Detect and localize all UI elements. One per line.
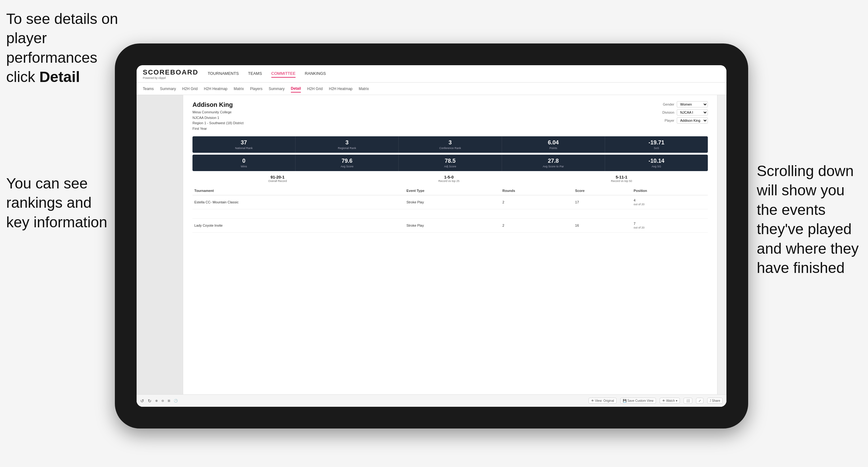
nav-teams[interactable]: TEAMS	[248, 70, 262, 77]
annotation-bottom-left: You can see rankings and key information	[6, 174, 107, 232]
logo-area: SCOREBOARD Powered by clippd	[143, 68, 198, 80]
cell-rounds-1: 2	[500, 195, 573, 209]
gender-select[interactable]: Women	[677, 101, 708, 107]
save-custom-label: 💾 Save Custom View	[623, 399, 653, 402]
record-top50: 5-11-1 Record vs top 50	[611, 175, 632, 183]
stat-avg-sg-label: Avg SG	[608, 165, 705, 168]
stat-avg-sg: -10.14 Avg SG	[605, 155, 708, 171]
stat-conference-rank-label: Conference Rank	[401, 147, 499, 150]
cell-score-2: 16	[574, 219, 632, 232]
stat-points-label: Points	[504, 147, 602, 150]
left-sidebar	[136, 95, 183, 407]
record-overall-label: Overall Record	[268, 180, 287, 183]
view-original-button[interactable]: 👁 View: Original	[589, 398, 617, 404]
stat-regional-rank: 3 Regional Rank	[296, 136, 399, 153]
stat-sos: -19.71 SoS	[605, 136, 708, 153]
sub-nav-matrix2[interactable]: Matrix	[359, 85, 369, 92]
annotation-right: Scrolling down will show you the events …	[757, 161, 859, 278]
player-info: Addison King Mesa Community College NJCA…	[192, 101, 243, 131]
col-score: Score	[574, 186, 632, 195]
cell-tournament-2: Lady Coyote Invite	[192, 219, 404, 232]
sub-nav-h2h-grid2[interactable]: H2H Grid	[307, 85, 322, 92]
stat-avg-score-to-par-label: Avg Score to Par	[504, 165, 602, 168]
tablet-frame: SCOREBOARD Powered by clippd TOURNAMENTS…	[115, 43, 748, 429]
sub-nav-summary[interactable]: Summary	[160, 85, 176, 92]
save-custom-button[interactable]: 💾 Save Custom View	[620, 398, 656, 404]
share-button[interactable]: ⤴ Share	[707, 398, 723, 404]
player-select[interactable]: Addison King	[677, 117, 708, 124]
expand-icon: ⤢	[699, 399, 701, 402]
cell-position-2: 7out of 20	[632, 219, 708, 232]
content-panel: Addison King Mesa Community College NJCA…	[183, 95, 717, 407]
record-top25: 1-5-0 Record vs top 25	[438, 175, 460, 183]
bottom-toolbar: ↺ ↻ ⊕ ⊖ ⊞ 🕐 👁 View: Original 💾 Save Cust…	[136, 394, 726, 407]
logo-sub: Powered by clippd	[143, 76, 198, 80]
watch-label: 👁 Watch ▾	[662, 399, 677, 402]
cell-event-type-2: Stroke Play	[404, 219, 500, 232]
player-controls: Gender Women Division NJCAA I	[659, 101, 708, 124]
undo-button[interactable]: ↺	[140, 398, 144, 403]
col-tournament: Tournament	[192, 186, 404, 195]
fit-button[interactable]: ⊞	[168, 399, 170, 402]
record-top25-label: Record vs top 25	[438, 180, 460, 183]
table-row	[192, 209, 708, 219]
division-select[interactable]: NJCAA I	[677, 109, 708, 116]
sub-nav-detail[interactable]: Detail	[291, 85, 301, 93]
stat-national-rank: 37 National Rank	[192, 136, 296, 153]
stat-adj-score-label: Adj Score	[401, 165, 499, 168]
main-content: Addison King Mesa Community College NJCA…	[136, 95, 726, 407]
stat-national-rank-value: 37	[195, 139, 293, 146]
sub-nav-summary2[interactable]: Summary	[269, 85, 284, 92]
watch-button[interactable]: 👁 Watch ▾	[660, 398, 680, 404]
zoom-in-button[interactable]: ⊕	[155, 399, 158, 402]
sub-nav-teams[interactable]: Teams	[143, 85, 154, 92]
sub-nav-matrix[interactable]: Matrix	[234, 85, 244, 92]
cell-tournament-1: Estella CC- Mountain Classic	[192, 195, 404, 209]
sub-nav-h2h-heatmap[interactable]: H2H Heatmap	[204, 85, 227, 92]
record-top50-value: 5-11-1	[611, 175, 632, 180]
stat-avg-score-value: 79.6	[298, 158, 396, 164]
sub-nav-h2h-grid[interactable]: H2H Grid	[182, 85, 198, 92]
view-original-label: 👁 View: Original	[591, 399, 614, 402]
nav-tournaments[interactable]: TOURNAMENTS	[208, 70, 239, 77]
records-row: 91-20-1 Overall Record 1-5-0 Record vs t…	[192, 175, 708, 183]
stat-national-rank-label: National Rank	[195, 147, 293, 150]
stat-points-value: 6.04	[504, 139, 602, 146]
zoom-out-button[interactable]: ⊖	[161, 399, 164, 402]
nav-rankings[interactable]: RANKINGS	[305, 70, 326, 77]
redo-button[interactable]: ↻	[148, 398, 152, 403]
stat-sos-label: SoS	[608, 147, 705, 150]
player-school: Mesa Community College	[192, 110, 243, 115]
expand-button[interactable]: ⤢	[696, 398, 704, 404]
division-label: Division	[659, 111, 674, 114]
gender-control: Gender Women	[659, 101, 708, 107]
stat-regional-rank-value: 3	[298, 139, 396, 146]
record-top25-value: 1-5-0	[438, 175, 460, 180]
clock-button[interactable]: 🕐	[174, 399, 178, 402]
stat-avg-score-label: Avg Score	[298, 165, 396, 168]
tablet-screen: SCOREBOARD Powered by clippd TOURNAMENTS…	[136, 65, 726, 407]
stat-conference-rank: 3 Conference Rank	[399, 136, 502, 153]
right-sidebar	[717, 95, 726, 407]
record-top50-label: Record vs top 50	[611, 180, 632, 183]
logo-text: SCOREBOARD	[143, 68, 198, 76]
stat-conference-rank-value: 3	[401, 139, 499, 146]
stat-adj-score-value: 78.5	[401, 158, 499, 164]
sub-nav: Teams Summary H2H Grid H2H Heatmap Matri…	[136, 83, 726, 95]
stats-row-2: 0 Wins 79.6 Avg Score 78.5 Adj Score 27.…	[192, 155, 708, 171]
player-division: NJCAA Division 1	[192, 115, 243, 121]
sub-nav-h2h-heatmap2[interactable]: H2H Heatmap	[329, 85, 352, 92]
player-name: Addison King	[192, 101, 243, 108]
cell-rounds-2: 2	[500, 219, 573, 232]
sub-nav-players[interactable]: Players	[250, 85, 262, 92]
stat-avg-score: 79.6 Avg Score	[296, 155, 399, 171]
screen-button[interactable]: ⬜	[684, 398, 692, 404]
nav-committee[interactable]: COMMITTEE	[271, 70, 296, 77]
record-overall-value: 91-20-1	[268, 175, 287, 180]
top-nav: SCOREBOARD Powered by clippd TOURNAMENTS…	[136, 65, 726, 83]
gender-label: Gender	[659, 102, 674, 106]
stat-wins-label: Wins	[195, 165, 293, 168]
stat-points: 6.04 Points	[502, 136, 605, 153]
division-control: Division NJCAA I	[659, 109, 708, 116]
table-row: Estella CC- Mountain Classic Stroke Play…	[192, 195, 708, 209]
